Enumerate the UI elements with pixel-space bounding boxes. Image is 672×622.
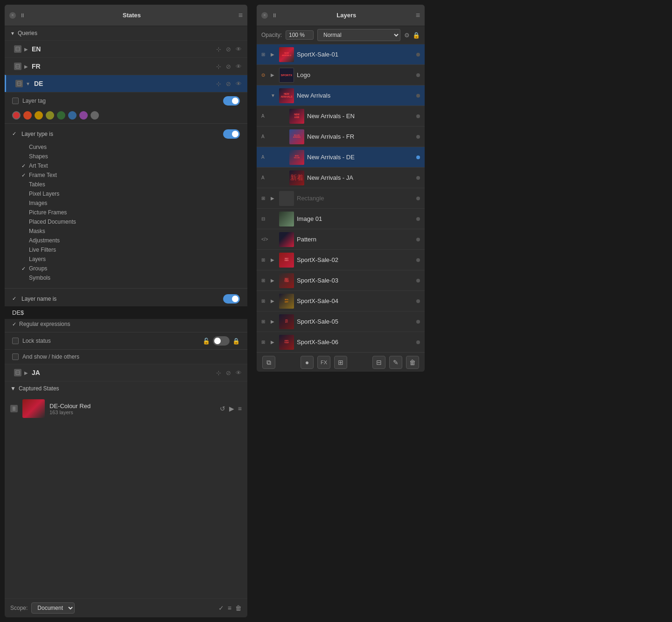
layer-15-expand-icon[interactable]: ▶ — [271, 339, 276, 345]
type-placeddocuments[interactable]: Placed Documents — [20, 217, 247, 226]
type-shapes[interactable]: Shapes — [20, 152, 247, 161]
layer-item-8[interactable]: ⊞ ▶ Rectangle — [257, 188, 425, 209]
showhide-checkbox[interactable] — [12, 353, 19, 360]
layer-item-5[interactable]: A NVLLESARRIVEES New Arrivals - FR — [257, 127, 425, 147]
states-close-button[interactable]: × — [9, 12, 16, 19]
toolbar-copy-button[interactable]: ⊟ — [372, 356, 385, 369]
color-dot-8[interactable] — [91, 111, 99, 120]
type-adjustments[interactable]: Adjustments — [20, 236, 247, 245]
layer-item-14[interactable]: ⊞ ▶ 30%OFF SportX-Sale-05 — [257, 311, 425, 332]
en-visibility-icon[interactable]: ⊘ — [226, 46, 231, 53]
ja-eye-icon[interactable]: 👁 — [236, 369, 242, 376]
layer-item-6[interactable]: A NEUEKOLLEK New Arrivals - DE — [257, 147, 425, 168]
toolbar-duplicate-button[interactable]: ⧉ — [262, 356, 275, 369]
toolbar-edit-button[interactable]: ✎ — [389, 356, 402, 369]
fr-visibility-icon[interactable]: ⊘ — [226, 63, 231, 70]
layer-tag-toggle[interactable] — [223, 96, 240, 106]
type-livefilters[interactable]: Live Filters — [20, 245, 247, 254]
en-eye-icon[interactable]: 👁 — [236, 46, 242, 53]
color-dot-5[interactable] — [57, 111, 65, 120]
layer-item-7[interactable]: A 新着 New Arrivals - JA — [257, 168, 425, 188]
layers-close-button[interactable]: × — [261, 12, 268, 19]
type-pictureframes[interactable]: Picture Frames — [20, 208, 247, 217]
blend-lock-icon[interactable]: 🔒 — [413, 32, 420, 39]
type-frametext[interactable]: ✓Frame Text — [20, 170, 247, 180]
states-pause-button[interactable]: ⏸ — [20, 12, 25, 19]
en-select-icon[interactable]: ⊹ — [216, 46, 221, 53]
color-dot-6[interactable] — [68, 111, 77, 120]
scope-delete-icon[interactable]: 🗑 — [235, 604, 242, 612]
ja-visibility-icon[interactable]: ⊘ — [226, 369, 231, 376]
fr-eye-icon[interactable]: 👁 — [236, 63, 242, 70]
lock-status-checkbox[interactable] — [12, 338, 19, 344]
layers-menu-button[interactable]: ≡ — [416, 11, 420, 20]
blend-mode-select[interactable]: Normal Multiply Screen — [317, 29, 400, 41]
opacity-input[interactable] — [286, 30, 314, 40]
type-symbols[interactable]: Symbols — [20, 273, 247, 283]
de-eye-icon[interactable]: 👁 — [236, 80, 242, 87]
query-row-fr[interactable]: ▶ FR ⊹ ⊘ 👁 — [5, 57, 247, 75]
query-row-ja[interactable]: ▶ JA ⊹ ⊘ 👁 — [5, 364, 247, 381]
toolbar-grid-button[interactable]: ⊞ — [334, 356, 347, 369]
type-groups[interactable]: ✓Groups — [20, 264, 247, 273]
color-dot-1[interactable] — [12, 111, 21, 120]
layer-tag-checkbox[interactable] — [12, 98, 19, 104]
ja-select-icon[interactable]: ⊹ — [216, 369, 221, 376]
layer-2-expand-icon[interactable]: ▶ — [271, 72, 276, 78]
type-arttext[interactable]: ✓Art Text — [20, 161, 247, 170]
layer-item-11[interactable]: ⊞ ▶ SALEENDS SportX-Sale-02 — [257, 250, 425, 270]
captured-undo-button[interactable]: ↺ — [220, 405, 225, 412]
layer-12-expand-icon[interactable]: ▶ — [271, 278, 276, 283]
blend-settings-icon[interactable]: ⚙ — [404, 32, 410, 39]
type-layers[interactable]: Layers — [20, 254, 247, 264]
layer-item-9[interactable]: ⊟ Image 01 — [257, 209, 425, 229]
type-pixellayers[interactable]: Pixel Layers — [20, 189, 247, 198]
layer-11-expand-icon[interactable]: ▶ — [271, 257, 276, 262]
color-dot-2[interactable] — [23, 111, 32, 120]
type-curves[interactable]: Curves — [20, 142, 247, 152]
type-tables[interactable]: Tables — [20, 180, 247, 189]
layer-14-expand-icon[interactable]: ▶ — [271, 319, 276, 324]
query-row-en[interactable]: ▶ EN ⊹ ⊘ 👁 — [5, 40, 247, 57]
captured-states-header[interactable]: ▼ Captured States — [5, 382, 247, 396]
layer-8-expand-icon[interactable]: ▶ — [271, 196, 276, 201]
layer-item-1[interactable]: ⊞ ▶ NEWARRIVALS SportX-Sale-01 — [257, 44, 425, 65]
scope-check-icon[interactable]: ✓ — [218, 604, 224, 612]
layer-item-2[interactable]: ⊙ ▶ SPORTX Logo — [257, 65, 425, 85]
de-visibility-icon[interactable]: ⊘ — [226, 80, 231, 87]
queries-section-header[interactable]: ▼ Queries — [5, 26, 247, 40]
layer-name-toggle[interactable] — [223, 294, 240, 304]
de-expanded-section: Layer tag ✓ Layer type is — [5, 92, 247, 364]
de-select-icon[interactable]: ⊹ — [216, 80, 221, 87]
layer-item-13[interactable]: ⊞ ▶ 30%OFF SportX-Sale-04 — [257, 291, 425, 311]
layer-item-12[interactable]: ⊞ ▶ SALEENDSTODAY SportX-Sale-03 — [257, 270, 425, 291]
type-masks[interactable]: Masks — [20, 226, 247, 236]
layer-item-4[interactable]: A NEWARR New Arrivals - EN — [257, 106, 425, 127]
layer-13-expand-icon[interactable]: ▶ — [271, 298, 276, 304]
toolbar-circle-button[interactable]: ● — [301, 356, 314, 369]
layer-item-3[interactable]: ▼ NEWARRIVALS New Arrivals — [257, 85, 425, 106]
toolbar-fx-button[interactable]: FX — [317, 356, 330, 369]
type-images[interactable]: Images — [20, 198, 247, 208]
layer-item-15[interactable]: ⊞ ▶ ENDSTODAY SportX-Sale-06 — [257, 332, 425, 353]
layer-3-expand-icon[interactable]: ▼ — [271, 93, 276, 98]
captured-menu-button[interactable]: ≡ — [238, 405, 242, 412]
states-menu-button[interactable]: ≡ — [238, 11, 243, 20]
layer-type-toggle[interactable] — [223, 129, 240, 139]
layers-pause-button[interactable]: ⏸ — [272, 12, 277, 19]
color-dot-3[interactable] — [35, 111, 43, 120]
lock-toggle[interactable] — [213, 336, 230, 346]
toolbar-delete-button[interactable]: 🗑 — [406, 356, 419, 369]
lock-icon[interactable]: 🔒 — [232, 338, 240, 345]
layer-name-input[interactable] — [5, 306, 247, 319]
scope-select[interactable]: Document — [31, 602, 75, 614]
unlock-icon[interactable]: 🔓 — [203, 338, 210, 345]
layer-1-expand-icon[interactable]: ▶ — [271, 52, 276, 57]
captured-play-button[interactable]: ▶ — [229, 405, 234, 412]
query-row-de[interactable]: ▼ DE ⊹ ⊘ 👁 — [5, 75, 247, 92]
scope-list-icon[interactable]: ≡ — [228, 604, 231, 612]
fr-select-icon[interactable]: ⊹ — [216, 63, 221, 70]
layer-item-10[interactable]: </> Pattern — [257, 229, 425, 250]
color-dot-7[interactable] — [79, 111, 88, 120]
color-dot-4[interactable] — [46, 111, 54, 120]
